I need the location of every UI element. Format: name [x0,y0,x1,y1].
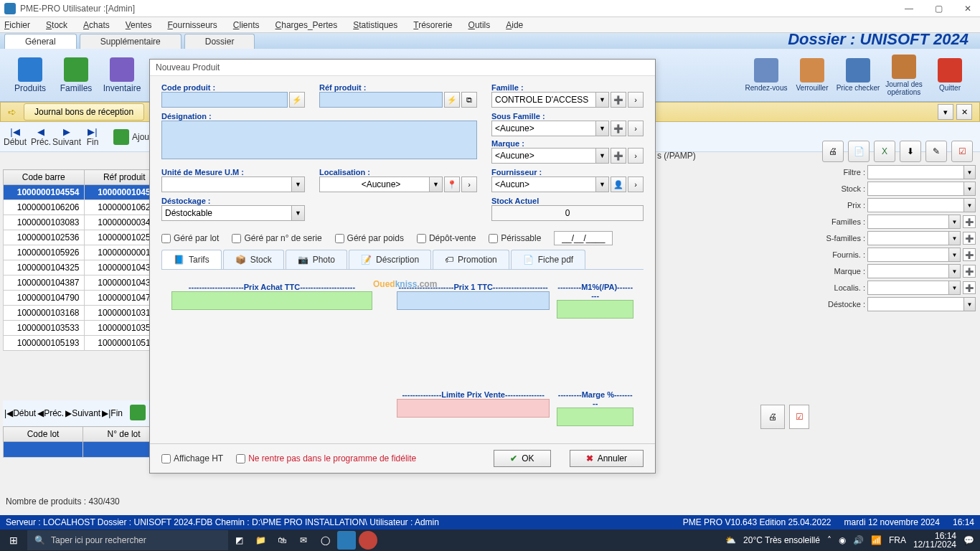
menu-fichier[interactable]: Fichier [4,20,30,30]
table-row[interactable]: 10000001043251000000104325 [4,260,165,276]
lot-print-icon[interactable]: 🖨 [760,405,785,429]
menu-fournisseurs[interactable]: Fournisseurs [167,20,217,30]
marque-go-button[interactable]: › [628,148,644,164]
menu-stock[interactable]: Stock [46,20,67,30]
nav-fin[interactable]: ▶|Fin [80,126,105,147]
table-row[interactable]: 10000001045541000000104554 [4,185,165,200]
filter-select[interactable]: ▼ [867,165,976,179]
lotnav-suivant[interactable]: ▶Suivant [65,408,100,418]
famille-add-button[interactable]: ➕ [611,92,626,108]
store-icon[interactable]: 🛍 [273,531,291,550]
tab-photo[interactable]: 📷Photo [286,250,347,269]
localisation-pin-button[interactable]: 📍 [444,176,460,192]
tray-sound-icon[interactable]: 🔊 [853,535,864,545]
ref-bolt-button[interactable]: ⚡ [444,92,460,108]
check-g-r-par-poids[interactable]: Géré par poids [335,233,404,243]
nav-préc[interactable]: ◀Préc. [29,126,53,147]
tab-promotion[interactable]: 🏷Promotion [433,250,509,269]
chrome-icon[interactable]: ◯ [316,531,334,550]
famille-go-button[interactable]: › [628,92,644,108]
menu-clients[interactable]: Clients [233,20,260,30]
input-m1[interactable] [557,300,633,319]
table-row[interactable]: 10000001059261000000000139 [4,245,165,260]
menu-aide[interactable]: Aide [506,20,523,30]
check-icon[interactable]: ☑ [951,141,973,162]
tab-tarifs[interactable]: 📘Tarifs [161,250,222,269]
select-famille[interactable]: CONTROLE D'ACCESS▼ [491,92,609,108]
filter-select[interactable]: ▼ [867,281,961,295]
check-affichage-ht[interactable]: Affichage HT [161,453,223,463]
check-g-r-par-n-de-serie[interactable]: Géré par n° de serie [232,233,321,243]
input-prix-achat[interactable] [171,291,372,310]
filter-extra-icon[interactable]: ➕ [963,215,976,228]
select-sousfamille[interactable]: <Aucune>▼ [491,121,609,136]
filter-select[interactable]: ▼ [867,182,976,196]
lotnav-préc[interactable]: ◀Préc. [37,408,64,418]
app-task-icon[interactable] [337,531,356,550]
tab-fiche pdf[interactable]: 📄Fiche pdf [511,250,585,269]
sousfamille-go-button[interactable]: › [628,121,644,136]
tray-lang[interactable]: FRA [889,535,906,545]
toolbar-verrouiller[interactable]: Verrouiller [789,58,835,92]
filter-select[interactable]: ▼ [867,215,961,229]
check-g-r-par-lot[interactable]: Géré par lot [161,233,219,243]
ref-copy-button[interactable]: ⧉ [461,92,477,108]
table-row[interactable]: 10000001030831000000003482 [4,215,165,230]
select-marque[interactable]: <Aucune>▼ [491,148,609,164]
filter-select[interactable]: ▼ [867,248,961,262]
lotnav-début[interactable]: |◀Début [4,408,36,418]
tab-general[interactable]: Géneral [4,34,77,49]
table-row[interactable]: 10000001035331000000103533 [4,321,165,336]
export-icon[interactable]: 📄 [848,141,870,162]
maximize-button[interactable]: ▢ [930,4,947,14]
table-row[interactable]: 10000001043871000000104387 [4,276,165,291]
menu-ventes[interactable]: Ventes [126,20,152,30]
code-bolt-button[interactable]: ⚡ [289,92,305,108]
print-icon[interactable]: 🖨 [822,141,844,162]
brush-icon[interactable]: ✎ [925,141,947,162]
fournisseur-go-button[interactable]: › [628,176,644,192]
tray-wifi-icon[interactable]: 📶 [871,535,882,545]
input-code[interactable] [161,92,288,108]
filter-select[interactable]: ▼ [867,297,976,311]
toolbar-familles[interactable]: Familles [53,57,99,93]
tab-supplementaire[interactable]: Supplémentaire [80,34,182,49]
menu-charges_pertes[interactable]: Charges_Pertes [275,20,338,30]
input-limite[interactable] [397,399,550,418]
download-icon[interactable]: ⬇ [900,141,921,162]
tab-déscription[interactable]: 📝Déscription [349,250,431,269]
mail-icon[interactable]: ✉ [294,531,313,550]
toolbar-inventaire[interactable]: Inventaire [99,57,145,93]
filter-extra-icon[interactable]: ➕ [963,232,976,245]
check-p-rissable[interactable]: Périssable [489,233,541,243]
close-button[interactable]: ✕ [960,4,976,14]
filter-select[interactable]: ▼ [867,231,961,245]
fournisseur-user-button[interactable]: 👤 [611,176,626,192]
input-date[interactable]: __/__/____ [554,231,613,245]
check-fidelite[interactable]: Ne rentre pas dans le programme de fidél… [236,453,416,463]
toolbar-price-checker[interactable]: Price checker [835,58,881,92]
tab-stock[interactable]: 📦Stock [223,250,284,269]
tray-up-icon[interactable]: ˄ [827,535,831,545]
col-codebarre[interactable]: Code barre [4,170,85,185]
lotnav-fin[interactable]: ▶|Fin [102,408,123,418]
menu-outils[interactable]: Outils [468,20,491,30]
cancel-button[interactable]: ✖Annuler [570,450,644,467]
select-fournisseur[interactable]: <Aucun>▼ [491,176,609,192]
task-view-icon[interactable]: ◩ [230,531,248,550]
menu-statistiques[interactable]: Statistiques [353,20,397,30]
explorer-icon[interactable]: 📁 [251,531,270,550]
table-row[interactable]: 10000001031681000000103168 [4,306,165,321]
menu-achats[interactable]: Achats [83,20,110,30]
filter-extra-icon[interactable]: ➕ [963,248,976,261]
lot-add-button[interactable] [124,405,146,423]
input-designation[interactable] [161,121,477,159]
toolbar-quitter[interactable]: Quitter [927,58,973,92]
col-codelot[interactable]: Code lot [4,427,83,442]
localisation-go-button[interactable]: › [461,176,477,192]
select-destockage[interactable]: Déstockable▼ [161,205,305,221]
table-row[interactable]: 10000001051931000000105193 [4,336,165,351]
table-row[interactable]: 10000001025361000000102536 [4,230,165,245]
select-um[interactable]: ▼ [161,176,305,192]
tray-notifications-icon[interactable]: 💬 [963,535,974,545]
